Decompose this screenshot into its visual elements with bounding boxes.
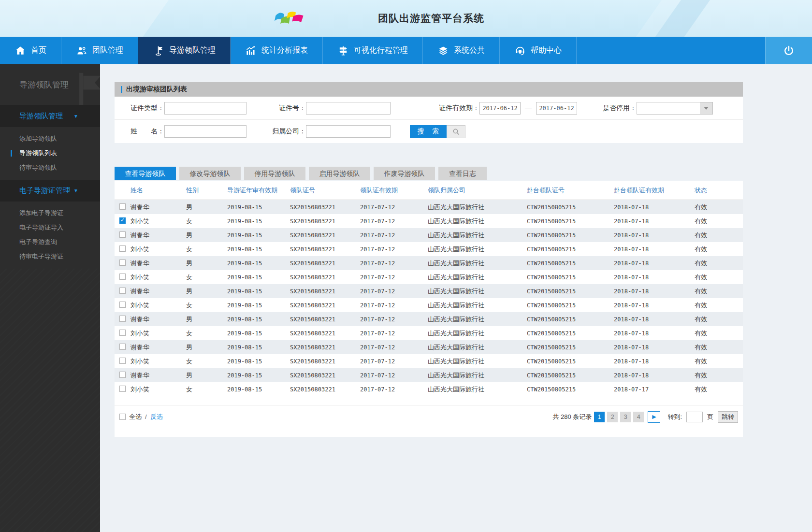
row-checkbox[interactable]	[119, 372, 126, 378]
goto-label: 转到:	[667, 413, 682, 421]
table-row[interactable]: 谢春华 男 2019-08-15 SX20150803221 2017-07-1…	[115, 368, 743, 382]
table-row[interactable]: 谢春华 男 2019-08-15 SX20150803221 2017-07-1…	[115, 256, 743, 270]
sidebar-group-guide-leader[interactable]: 导游领队管理 ▼	[0, 105, 100, 127]
nav-item[interactable]: 团队管理	[61, 37, 138, 64]
search-icon-button[interactable]	[447, 125, 465, 138]
nav-spacer	[577, 37, 765, 64]
sidebar-item[interactable]: 添加导游领队	[0, 131, 100, 146]
next-page-button[interactable]: ▶	[648, 411, 660, 423]
disabled-select[interactable]	[637, 102, 713, 115]
page-button[interactable]: 3	[620, 412, 631, 422]
action-tab[interactable]: 停用导游领队	[244, 167, 305, 180]
table-row[interactable]: 谢春华 男 2019-08-15 SX20150803221 2017-07-1…	[115, 200, 743, 214]
row-checkbox[interactable]	[119, 344, 126, 350]
table-row[interactable]: 刘小笑 女 2019-08-15 SX20150803221 2017-07-1…	[115, 326, 743, 340]
next-arrow-icon: ▶	[652, 414, 656, 420]
row-checkbox[interactable]	[119, 288, 126, 294]
row-checkbox[interactable]	[119, 217, 126, 224]
cell-taiwan-valid: 2018-07-18	[614, 288, 695, 295]
table-row[interactable]: 刘小笑 女 2019-08-15 SX20150803221 2017-07-1…	[115, 242, 743, 256]
goto-page-input[interactable]	[686, 412, 703, 422]
sidebar-item[interactable]: 电子导游证导入	[0, 220, 100, 235]
nav-item[interactable]: 导游领队管理	[138, 37, 231, 64]
col-annual-valid: 导游证年审有效期	[227, 186, 290, 195]
row-checkbox[interactable]	[119, 245, 126, 252]
row-checkbox[interactable]	[119, 259, 126, 266]
sidebar-item[interactable]: 添加电子导游证	[0, 206, 100, 220]
cell-name: 谢春华	[130, 203, 186, 212]
cell-leader-cert: SX20150803221	[290, 330, 360, 337]
row-checkbox[interactable]	[119, 302, 126, 308]
cert-no-input[interactable]	[306, 102, 391, 115]
row-checkbox[interactable]	[119, 231, 126, 238]
date-to-input[interactable]	[536, 102, 577, 115]
invert-selection-link[interactable]: 反选	[150, 413, 163, 421]
select-all-checkbox[interactable]	[119, 414, 126, 420]
select-all-label[interactable]: 全选	[129, 413, 142, 421]
logout-button[interactable]	[765, 37, 812, 64]
table-row[interactable]: 谢春华 男 2019-08-15 SX20150803221 2017-07-1…	[115, 284, 743, 298]
cell-leader-valid: 2017-07-12	[360, 246, 428, 253]
action-tab[interactable]: 作废导游领队	[374, 167, 435, 180]
cell-leader-valid: 2017-07-12	[360, 232, 428, 239]
sidebar-item[interactable]: 导游领队列表	[0, 146, 100, 160]
cell-taiwan-cert: CTW20150805215	[527, 232, 614, 239]
cell-leader-valid: 2017-07-12	[360, 288, 428, 295]
table-row[interactable]: 刘小笑 女 2019-08-15 SX20150803221 2017-07-1…	[115, 298, 743, 312]
sidebar-item[interactable]: 待审导游领队	[0, 160, 100, 175]
search-button[interactable]: 搜 索	[410, 125, 447, 138]
table-row[interactable]: 刘小笑 女 2019-08-15 SX20150803221 2017-07-1…	[115, 382, 743, 396]
date-from-input[interactable]	[479, 102, 521, 115]
jump-button[interactable]: 跳转	[718, 411, 738, 423]
page-button[interactable]: 2	[607, 412, 618, 422]
row-checkbox[interactable]	[119, 316, 126, 322]
col-taiwan-cert: 赴台领队证号	[527, 186, 614, 195]
nav-item[interactable]: 首页	[0, 37, 61, 64]
cell-status: 有效	[695, 385, 743, 394]
action-tab[interactable]: 修改导游领队	[179, 167, 241, 180]
table-row[interactable]: 谢春华 男 2019-08-15 SX20150803221 2017-07-1…	[115, 312, 743, 326]
table-row[interactable]: 刘小笑 女 2019-08-15 SX20150803221 2017-07-1…	[115, 270, 743, 284]
cell-leader-cert: SX20150803221	[290, 218, 360, 225]
nav-item[interactable]: 统计分析报表	[231, 37, 323, 64]
row-checkbox[interactable]	[119, 358, 126, 364]
row-checkbox[interactable]	[119, 273, 126, 280]
sidebar-group-e-guide-cert[interactable]: 电子导游证管理 ▼	[0, 180, 100, 201]
date-range-dash: —	[521, 104, 536, 112]
sidebar-item[interactable]: 电子导游查询	[0, 235, 100, 249]
cell-company: 山西光大国际旅行社	[428, 385, 527, 394]
table-row[interactable]: 刘小笑 女 2019-08-15 SX20150803221 2017-07-1…	[115, 214, 743, 228]
nav-item[interactable]: 系统公共	[423, 37, 500, 64]
name-input[interactable]	[164, 125, 246, 138]
cell-leader-valid: 2017-07-12	[360, 302, 428, 309]
main-navigation: 首页 团队管理 导游领队管理 统计分析报表 可视化行程管理 系统公共 帮助中心	[0, 37, 812, 64]
action-tab[interactable]: 启用导游领队	[309, 167, 370, 180]
layers-icon	[437, 45, 449, 57]
cell-name: 刘小笑	[130, 217, 186, 226]
cell-company: 山西光大国际旅行社	[428, 203, 527, 212]
row-checkbox[interactable]	[119, 386, 126, 392]
cert-type-input[interactable]	[164, 102, 246, 115]
company-input[interactable]	[306, 125, 391, 138]
table-row[interactable]: 谢春华 男 2019-08-15 SX20150803221 2017-07-1…	[115, 340, 743, 354]
table-row[interactable]: 谢春华 男 2019-08-15 SX20150803221 2017-07-1…	[115, 228, 743, 242]
cell-taiwan-valid: 2018-07-18	[614, 358, 695, 365]
cell-leader-valid: 2017-07-12	[360, 218, 428, 225]
page-button[interactable]: 1	[594, 412, 605, 422]
chevron-down-icon: ▼	[73, 114, 78, 119]
nav-item-label: 统计分析报表	[261, 45, 308, 56]
cell-annual-valid: 2019-08-15	[227, 372, 290, 379]
action-tab[interactable]: 查看导游领队	[115, 167, 176, 180]
search-icon	[452, 128, 460, 136]
page-button[interactable]: 4	[633, 412, 644, 422]
nav-item[interactable]: 可视化行程管理	[323, 37, 423, 64]
row-checkbox[interactable]	[119, 203, 126, 210]
row-checkbox[interactable]	[119, 330, 126, 336]
table-row[interactable]: 刘小笑 女 2019-08-15 SX20150803221 2017-07-1…	[115, 354, 743, 368]
cell-annual-valid: 2019-08-15	[227, 274, 290, 281]
sidebar-item[interactable]: 待审电子导游证	[0, 249, 100, 264]
pagination-bar: 全选 / 反选 共 280 条记录 1 2	[115, 405, 743, 428]
power-icon	[783, 44, 795, 57]
action-tab[interactable]: 查看日志	[438, 167, 487, 180]
nav-item[interactable]: 帮助中心	[500, 37, 577, 64]
